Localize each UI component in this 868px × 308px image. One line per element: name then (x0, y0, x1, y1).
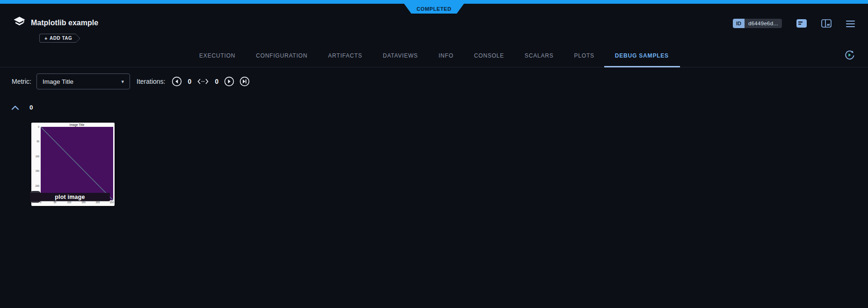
menu-icon[interactable] (846, 20, 855, 28)
iteration-group-header: 0 (11, 104, 33, 111)
y-tick: 150 (31, 170, 39, 172)
plot-diagonal-line (41, 127, 113, 200)
tab-console[interactable]: CONSOLE (474, 52, 504, 67)
status-top-bar (0, 0, 868, 4)
experiment-page: COMPLETED Matplotlib example + ADD TAG I… (0, 0, 868, 308)
metric-dropdown-value: Image Title (43, 78, 73, 85)
iteration-viewed-value: 0 (214, 78, 219, 85)
thumbnail-caption: plot image (30, 193, 110, 201)
y-tick: 200 (31, 185, 39, 187)
x-tick: 250 (108, 201, 115, 204)
plot-title: Image Title (41, 123, 113, 126)
newest-iteration-icon[interactable] (239, 76, 250, 87)
tab-scalars[interactable]: SCALARS (525, 52, 554, 67)
metric-dropdown[interactable]: Image Title ▾ (36, 73, 130, 89)
iteration-group-label: 0 (29, 104, 33, 111)
tab-info[interactable]: INFO (439, 52, 454, 67)
header-actions: ID d6449e6d... (733, 19, 855, 28)
page-title: Matplotlib example (31, 19, 98, 27)
tab-dataviews[interactable]: DATAVIEWS (383, 52, 418, 67)
debug-sample-thumbnail[interactable]: Image Title 0 50 100 150 200 250 0 50 10… (31, 123, 115, 206)
metric-label: Metric: (12, 78, 31, 85)
y-tick: 100 (31, 155, 39, 158)
tab-debug-samples[interactable]: DEBUG SAMPLES (615, 52, 669, 67)
debug-samples-toolbar: Metric: Image Title ▾ Iterations: 0 0 (0, 73, 868, 92)
experiment-id-badge[interactable]: ID d6449e6d... (733, 19, 782, 28)
chevron-down-icon: ▾ (121, 79, 124, 85)
experiment-type-icon (13, 15, 26, 29)
status-badge: COMPLETED (404, 4, 464, 14)
y-tick: 0 (31, 126, 39, 128)
tab-configuration[interactable]: CONFIGURATION (256, 52, 307, 67)
iterations-controls: Iterations: 0 0 (137, 73, 250, 90)
x-tick: 150 (80, 201, 87, 204)
iteration-current-value: 0 (187, 78, 192, 85)
y-tick: 50 (31, 140, 39, 143)
chevron-up-icon[interactable] (11, 105, 19, 110)
iteration-range-icon (197, 78, 209, 85)
previous-iteration-icon[interactable] (172, 76, 182, 87)
next-iteration-icon[interactable] (224, 76, 234, 87)
details-panel-icon[interactable] (796, 19, 807, 28)
id-value: d6449e6d... (745, 19, 782, 28)
plot-image-area (41, 127, 113, 200)
tab-bar: EXECUTION CONFIGURATION ARTIFACTS DATAVI… (0, 40, 868, 67)
split-view-icon[interactable] (821, 19, 832, 28)
x-tick: 50 (52, 201, 58, 204)
tab-plots[interactable]: PLOTS (574, 52, 594, 67)
auto-refresh-icon[interactable] (844, 50, 855, 60)
id-label: ID (733, 19, 745, 28)
x-tick: 100 (66, 201, 72, 204)
thumbnail-caption-text: plot image (55, 194, 85, 200)
x-tick: 200 (94, 201, 101, 204)
tab-artifacts[interactable]: ARTIFACTS (328, 52, 362, 67)
iterations-label: Iterations: (137, 78, 165, 85)
tab-execution[interactable]: EXECUTION (199, 52, 235, 67)
